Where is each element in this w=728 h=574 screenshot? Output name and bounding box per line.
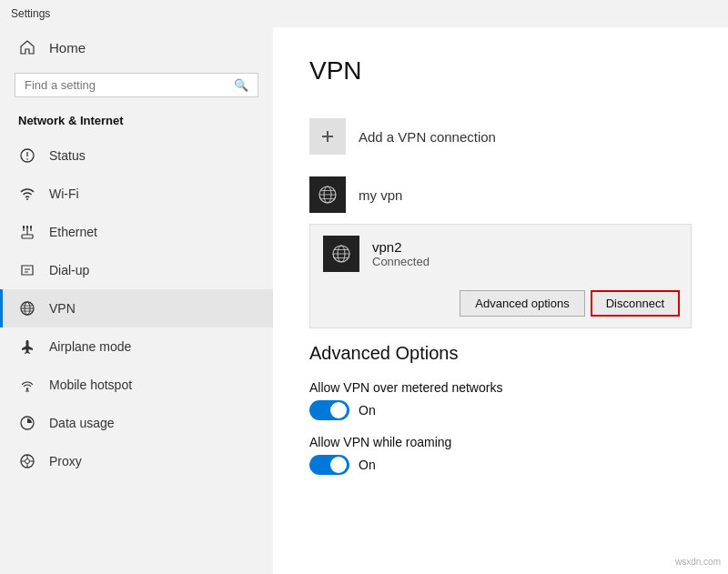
vpn2-actions: Advanced options Disconnect: [310, 283, 691, 327]
sidebar-section-title: Network & Internet: [0, 110, 273, 136]
page-title: VPN: [309, 56, 692, 86]
toggle-roaming-switch[interactable]: [309, 455, 349, 475]
svg-rect-5: [26, 226, 28, 228]
toggle-roaming-value: On: [359, 458, 376, 472]
sidebar-label-dialup: Dial-up: [49, 263, 89, 277]
svg-point-12: [25, 459, 30, 464]
search-input[interactable]: [25, 78, 234, 92]
airplane-icon: [18, 337, 36, 356]
add-vpn-icon-box: [309, 118, 346, 155]
vpn2-name: vpn2: [372, 239, 430, 255]
home-icon: [18, 38, 36, 56]
title-bar-label: Settings: [11, 7, 50, 20]
svg-point-1: [26, 158, 28, 160]
svg-rect-6: [30, 226, 32, 228]
toggle-roaming-row: Allow VPN while roaming On: [309, 435, 692, 475]
vpn2-expanded-panel: vpn2 Connected Advanced options Disconne…: [309, 224, 692, 328]
search-icon: 🔍: [234, 78, 248, 92]
sidebar-item-wifi[interactable]: Wi-Fi: [0, 175, 273, 213]
advanced-options-button[interactable]: Advanced options: [460, 290, 584, 317]
advanced-options-title: Advanced Options: [309, 343, 692, 364]
status-icon: [18, 146, 36, 165]
toggle-metered-control: On: [309, 400, 692, 420]
sidebar-home-button[interactable]: Home: [0, 27, 273, 67]
hotspot-icon: [18, 376, 36, 394]
sidebar-item-ethernet[interactable]: Ethernet: [0, 213, 273, 251]
toggle-roaming-label: Allow VPN while roaming: [309, 435, 692, 449]
title-bar: Settings: [0, 0, 728, 27]
sidebar-item-proxy[interactable]: Proxy: [0, 442, 273, 480]
sidebar-item-hotspot[interactable]: Mobile hotspot: [0, 366, 273, 404]
sidebar-item-vpn[interactable]: VPN: [0, 289, 273, 327]
myvpn-icon: [309, 176, 346, 213]
sidebar-label-proxy: Proxy: [49, 454, 82, 468]
sidebar-label-status: Status: [49, 148, 86, 163]
svg-point-9: [26, 388, 28, 389]
vpn2-status: Connected: [372, 255, 430, 268]
svg-rect-3: [22, 235, 33, 238]
vpn-icon: [18, 299, 36, 317]
toggle-metered-row: Allow VPN over metered networks On: [309, 380, 692, 420]
add-vpn-button[interactable]: Add a VPN connection: [309, 107, 692, 166]
myvpn-item[interactable]: my vpn: [309, 166, 692, 224]
datausage-icon: [18, 414, 36, 432]
sidebar-item-status[interactable]: Status: [0, 136, 273, 175]
vpn2-info: vpn2 Connected: [372, 239, 430, 268]
sidebar-item-airplane[interactable]: Airplane mode: [0, 327, 273, 366]
sidebar-label-ethernet: Ethernet: [49, 225, 97, 239]
sidebar-label-datausage: Data usage: [49, 416, 115, 430]
vpn2-icon: [323, 236, 359, 272]
search-box[interactable]: 🔍: [15, 73, 258, 97]
disconnect-button[interactable]: Disconnect: [591, 290, 680, 317]
toggle-metered-value: On: [359, 403, 376, 418]
toggle-metered-switch[interactable]: [309, 400, 349, 420]
add-vpn-label: Add a VPN connection: [359, 129, 496, 145]
dialup-icon: [18, 261, 36, 279]
watermark: wsxdn.com: [675, 557, 721, 567]
sidebar-label-wifi: Wi-Fi: [49, 186, 79, 201]
ethernet-icon: [18, 223, 36, 241]
svg-rect-4: [23, 226, 25, 228]
toggle-metered-label: Allow VPN over metered networks: [309, 380, 692, 395]
myvpn-name: my vpn: [359, 187, 402, 203]
sidebar-item-dialup[interactable]: Dial-up: [0, 251, 273, 289]
sidebar-label-vpn: VPN: [49, 301, 76, 316]
sidebar-label-airplane: Airplane mode: [49, 339, 131, 354]
svg-point-2: [26, 198, 28, 200]
content-area: VPN Add a VPN connection my vpn: [273, 27, 728, 574]
proxy-icon: [18, 452, 36, 470]
sidebar-label-hotspot: Mobile hotspot: [49, 378, 132, 392]
toggle-roaming-control: On: [309, 455, 692, 475]
vpn2-inner[interactable]: vpn2 Connected: [310, 225, 691, 283]
main-layout: Home 🔍 Network & Internet Status: [0, 27, 728, 574]
sidebar-item-datausage[interactable]: Data usage: [0, 404, 273, 442]
sidebar: Home 🔍 Network & Internet Status: [0, 27, 273, 574]
home-label: Home: [49, 40, 86, 55]
wifi-icon: [18, 185, 36, 203]
